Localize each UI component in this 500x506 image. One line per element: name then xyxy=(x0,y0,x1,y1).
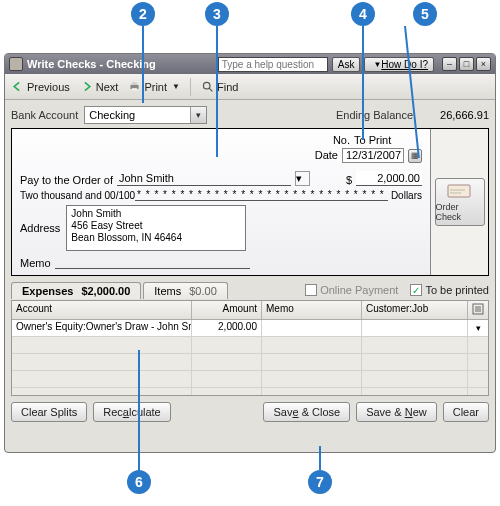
check-side-panel: Order Check xyxy=(430,129,488,275)
cell-billable[interactable]: ▾ xyxy=(468,320,488,336)
arrow-left-icon xyxy=(11,80,24,93)
grid-body[interactable]: Owner's Equity:Owner's Draw - John Smith… xyxy=(12,320,488,395)
amount-words: Two thousand and 00/100 xyxy=(20,190,135,201)
col-memo[interactable]: Memo xyxy=(262,301,362,319)
billable-icon xyxy=(472,303,484,315)
callout-7: 7 xyxy=(308,470,332,494)
to-be-printed-label: To be printed xyxy=(425,284,489,296)
online-payment-label: Online Payment xyxy=(320,284,398,296)
memo-label: Memo xyxy=(20,257,51,269)
tab-items-value: $0.00 xyxy=(189,285,217,297)
search-icon xyxy=(201,80,214,93)
help-question-input[interactable] xyxy=(218,57,328,72)
callout-2: 2 xyxy=(131,2,155,26)
write-checks-window: Write Checks - Checking Ask ▼ How Do I? … xyxy=(4,53,496,453)
ask-button[interactable]: Ask xyxy=(332,57,361,72)
pay-to-order-label: Pay to the Order of xyxy=(20,174,113,186)
callout-5: 5 xyxy=(413,2,437,26)
tab-expenses-value: $2,000.00 xyxy=(81,285,130,297)
table-row[interactable] xyxy=(12,388,488,395)
to-be-printed-checkbox[interactable]: ✓ To be printed xyxy=(410,284,489,296)
col-account[interactable]: Account xyxy=(12,301,192,319)
tab-expenses[interactable]: Expenses $2,000.00 xyxy=(11,282,141,299)
callout-2-lead xyxy=(142,26,144,103)
checkbox-icon xyxy=(305,284,317,296)
callout-6: 6 xyxy=(127,470,151,494)
expense-grid: Account Amount Memo Customer:Job Owner's… xyxy=(11,300,489,396)
svg-point-3 xyxy=(203,82,210,89)
how-do-i-label: How Do I? xyxy=(381,59,428,70)
check-icon xyxy=(447,182,473,200)
callout-6-lead xyxy=(138,350,140,470)
bank-account-label: Bank Account xyxy=(11,109,78,121)
payee-dropdown[interactable]: ▾ xyxy=(295,171,310,186)
chevron-down-icon: ▾ xyxy=(476,323,481,333)
check-date-field[interactable]: 12/31/2007 xyxy=(342,148,404,163)
callout-3-lead xyxy=(216,26,218,157)
previous-button[interactable]: Previous xyxy=(11,80,70,93)
app-icon xyxy=(9,57,23,71)
bank-account-value[interactable] xyxy=(85,107,190,123)
content-area: Bank Account ▾ Ending Balance 26,666.91 … xyxy=(5,100,495,452)
online-payment-checkbox: Online Payment xyxy=(305,284,398,296)
table-row[interactable] xyxy=(12,337,488,354)
tab-expenses-label: Expenses xyxy=(22,285,73,297)
next-label: Next xyxy=(96,81,119,93)
memo-input[interactable] xyxy=(55,254,250,269)
table-row[interactable]: Owner's Equity:Owner's Draw - John Smith… xyxy=(12,320,488,337)
amount-words-fill: * * * * * * * * * * * * * * * * * * * * … xyxy=(135,189,388,201)
svg-line-4 xyxy=(209,88,212,91)
recalculate-button[interactable]: Recalculate xyxy=(93,402,170,422)
button-row: Clear Splits Recalculate Save & Close Sa… xyxy=(11,402,489,422)
address-label: Address xyxy=(20,222,60,234)
grid-header: Account Amount Memo Customer:Job xyxy=(12,301,488,320)
order-check-button[interactable]: Order Check xyxy=(435,178,485,226)
table-row[interactable] xyxy=(12,354,488,371)
calendar-icon[interactable]: ▦ xyxy=(408,149,422,163)
callout-7-lead xyxy=(319,446,321,470)
toolbar: Previous Next Print ▼ Find xyxy=(5,74,495,100)
close-button[interactable]: × xyxy=(476,57,491,71)
dollars-label: Dollars xyxy=(391,190,422,201)
print-button[interactable]: Print ▼ xyxy=(128,80,180,93)
callout-4-lead xyxy=(362,26,364,140)
order-check-label: Order Check xyxy=(436,202,484,222)
col-amount[interactable]: Amount xyxy=(192,301,262,319)
svg-rect-5 xyxy=(448,185,470,197)
chevron-down-icon: ▼ xyxy=(172,82,180,91)
check-date-label: Date xyxy=(315,148,338,163)
find-label: Find xyxy=(217,81,238,93)
callout-4: 4 xyxy=(351,2,375,26)
col-customer-job[interactable]: Customer:Job xyxy=(362,301,468,319)
minimize-button[interactable]: – xyxy=(442,57,457,71)
window-title: Write Checks - Checking xyxy=(27,58,156,70)
cell-amount[interactable]: 2,000.00 xyxy=(192,320,262,336)
ending-balance-label: Ending Balance xyxy=(336,109,413,121)
clear-button[interactable]: Clear xyxy=(443,402,489,422)
save-new-button[interactable]: Save & New xyxy=(356,402,437,422)
maximize-button[interactable]: □ xyxy=(459,57,474,71)
checkbox-icon: ✓ xyxy=(410,284,422,296)
address-box[interactable]: John Smith 456 Easy Street Bean Blossom,… xyxy=(66,205,246,251)
bank-account-combo[interactable]: ▾ xyxy=(84,106,207,124)
check-face: No. To Print Date 12/31/2007 ▦ Pay to th… xyxy=(12,129,430,275)
chevron-down-icon[interactable]: ▾ xyxy=(190,107,206,123)
table-row[interactable] xyxy=(12,371,488,388)
find-button[interactable]: Find xyxy=(201,80,238,93)
save-close-button[interactable]: Save & Close xyxy=(263,402,350,422)
col-billable[interactable] xyxy=(468,301,488,319)
cell-memo[interactable] xyxy=(262,320,362,336)
svg-rect-1 xyxy=(132,82,137,84)
amount-symbol: $ xyxy=(346,174,352,186)
how-do-i-button[interactable]: ▼ How Do I? xyxy=(364,57,434,72)
next-button[interactable]: Next xyxy=(80,80,119,93)
clear-splits-button[interactable]: Clear Splits xyxy=(11,402,87,422)
svg-rect-2 xyxy=(132,88,137,90)
tabs-row: Expenses $2,000.00 Items $0.00 Online Pa… xyxy=(11,280,489,300)
amount-input[interactable] xyxy=(356,171,422,186)
payee-input[interactable] xyxy=(117,171,291,186)
cell-customer-job[interactable] xyxy=(362,320,468,336)
tab-items[interactable]: Items $0.00 xyxy=(143,282,227,299)
previous-label: Previous xyxy=(27,81,70,93)
cell-account[interactable]: Owner's Equity:Owner's Draw - John Smith xyxy=(12,320,192,336)
